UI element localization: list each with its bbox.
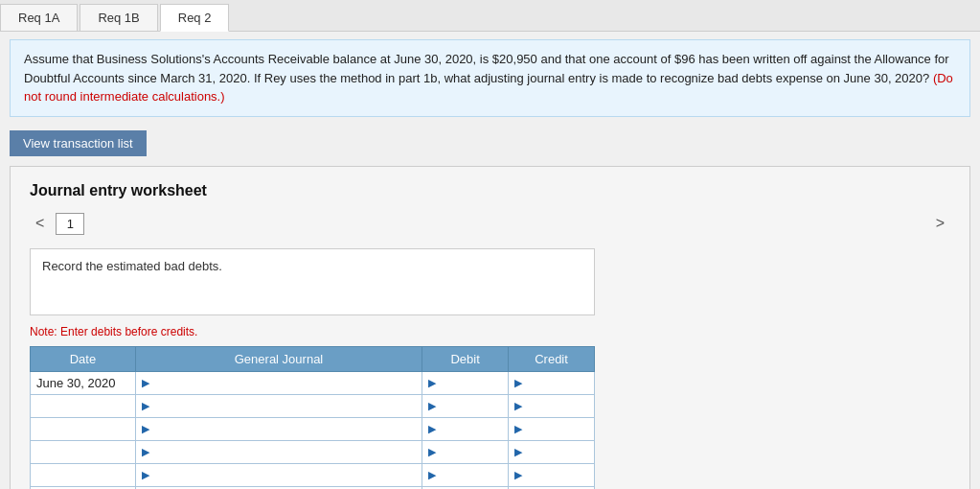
credit-input[interactable] [524, 376, 588, 390]
credit-input[interactable] [524, 445, 588, 459]
debit-cell[interactable]: ▶ [422, 394, 509, 417]
general-journal-cell[interactable]: ▶ [135, 417, 422, 440]
arrow-indicator: ▶ [514, 400, 522, 412]
note-text: Note: Enter debits before credits. [30, 325, 950, 338]
credit-cell[interactable]: ▶ [509, 394, 595, 417]
debit-cell[interactable]: ▶ [422, 417, 509, 440]
general-journal-input[interactable] [151, 376, 416, 390]
credit-cell[interactable]: ▶ [509, 440, 595, 463]
arrow-indicator: ▶ [428, 423, 436, 435]
prev-page-button[interactable]: < [30, 213, 50, 234]
general-journal-input[interactable] [151, 468, 416, 482]
view-transaction-button[interactable]: View transaction list [10, 130, 147, 156]
table-row: ▶▶▶ [31, 394, 595, 417]
tab-req-2[interactable]: Req 2 [160, 4, 230, 32]
next-page-button[interactable]: > [930, 213, 950, 234]
arrow-indicator: ▶ [142, 446, 149, 458]
date-cell [31, 417, 136, 440]
credit-input[interactable] [524, 422, 588, 436]
arrow-indicator: ▶ [428, 400, 436, 412]
debit-cell[interactable]: ▶ [422, 371, 509, 394]
general-journal-cell[interactable]: ▶ [135, 394, 422, 417]
arrow-indicator: ▶ [142, 400, 149, 412]
debit-input[interactable] [438, 376, 502, 390]
table-row: ▶▶▶ [31, 440, 595, 463]
debit-input[interactable] [438, 399, 502, 413]
date-cell [31, 440, 136, 463]
general-journal-cell[interactable]: ▶ [135, 440, 422, 463]
worksheet-container: Journal entry worksheet < 1 > Record the… [10, 166, 970, 490]
arrow-indicator: ▶ [142, 377, 149, 389]
arrow-indicator: ▶ [428, 446, 436, 458]
date-cell [31, 394, 136, 417]
debit-cell[interactable]: ▶ [422, 440, 509, 463]
debit-input[interactable] [438, 422, 502, 436]
arrow-indicator: ▶ [514, 423, 522, 435]
tab-req-1b[interactable]: Req 1B [80, 4, 157, 31]
worksheet-title: Journal entry worksheet [30, 182, 950, 199]
general-journal-input[interactable] [151, 399, 416, 413]
arrow-indicator: ▶ [514, 377, 522, 389]
arrow-indicator: ▶ [514, 469, 522, 481]
col-header-date: Date [31, 346, 136, 371]
general-journal-input[interactable] [151, 422, 416, 436]
debit-cell[interactable]: ▶ [422, 463, 509, 486]
general-journal-input[interactable] [151, 445, 416, 459]
description-box: Record the estimated bad debts. [30, 248, 595, 315]
table-row: ▶▶▶ [31, 417, 595, 440]
arrow-indicator: ▶ [428, 377, 436, 389]
general-journal-cell[interactable]: ▶ [135, 463, 422, 486]
credit-cell[interactable]: ▶ [509, 463, 595, 486]
credit-cell[interactable]: ▶ [509, 371, 595, 394]
page-number: 1 [56, 213, 84, 235]
info-box: Assume that Business Solutions's Account… [10, 39, 970, 117]
arrow-indicator: ▶ [514, 446, 522, 458]
col-header-debit: Debit [422, 346, 509, 371]
col-header-general-journal: General Journal [135, 346, 422, 371]
date-cell [31, 463, 136, 486]
col-header-credit: Credit [509, 346, 595, 371]
credit-input[interactable] [524, 399, 588, 413]
debit-input[interactable] [438, 468, 502, 482]
table-row: June 30, 2020▶▶▶ [31, 371, 595, 394]
info-main-text: Assume that Business Solutions's Account… [24, 52, 949, 85]
table-row: ▶▶▶ [31, 463, 595, 486]
arrow-indicator: ▶ [142, 469, 149, 481]
tabs-bar: Req 1A Req 1B Req 2 [0, 0, 980, 32]
debit-input[interactable] [438, 445, 502, 459]
tab-req-1a[interactable]: Req 1A [0, 4, 78, 31]
general-journal-cell[interactable]: ▶ [135, 371, 422, 394]
journal-table: Date General Journal Debit Credit June 3… [30, 346, 595, 490]
nav-row: < 1 > [30, 213, 950, 235]
date-cell: June 30, 2020 [31, 371, 136, 394]
credit-input[interactable] [524, 468, 588, 482]
arrow-indicator: ▶ [142, 423, 149, 435]
arrow-indicator: ▶ [428, 469, 436, 481]
credit-cell[interactable]: ▶ [509, 417, 595, 440]
